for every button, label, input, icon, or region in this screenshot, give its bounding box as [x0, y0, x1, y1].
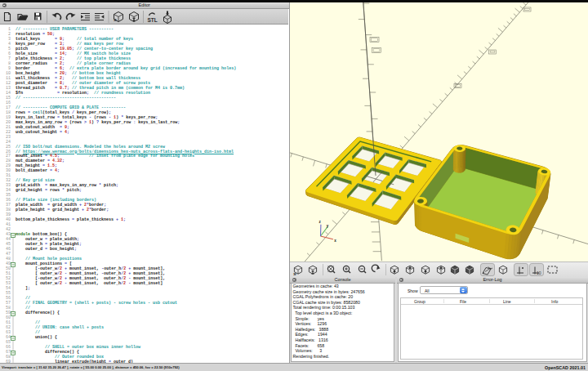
svg-text:y: y: [327, 224, 329, 228]
svg-text:»: »: [293, 271, 296, 277]
svg-text:»: »: [114, 16, 117, 22]
svg-text:STL: STL: [148, 16, 158, 22]
svg-text:x: x: [334, 239, 336, 243]
svg-text:10: 10: [537, 270, 541, 275]
svg-text:z: z: [319, 220, 322, 224]
